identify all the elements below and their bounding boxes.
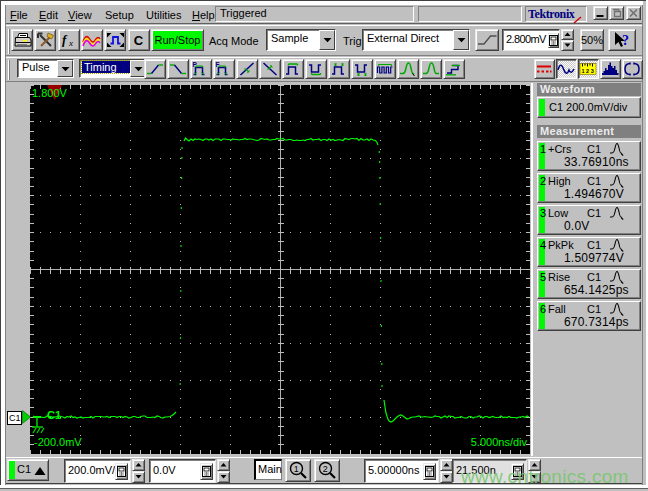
svg-text:x: x [68,38,73,48]
svg-text:2: 2 [323,464,328,474]
svg-text:1: 1 [294,464,299,474]
svg-text:f: f [62,32,68,47]
svg-text:?: ? [622,33,629,48]
svg-text:1 2 3: 1 2 3 [582,68,594,74]
